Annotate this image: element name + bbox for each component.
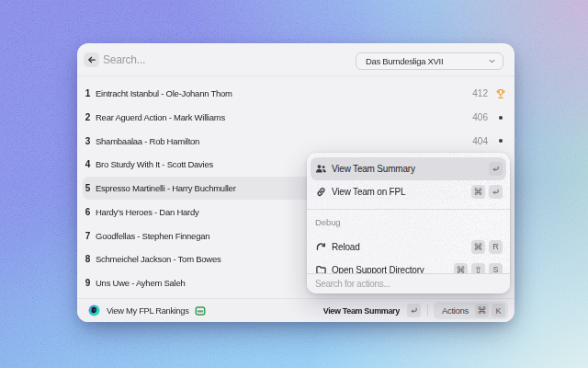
cmd-key-symbol: ⌘ <box>478 305 487 316</box>
cmd-key-badge: ⌘ <box>475 304 489 317</box>
k-key-badge: K <box>492 304 505 317</box>
row-title: Eintracht Istanbul - Ole-Johann Thom <box>96 88 232 98</box>
row-title: Goodfellas - Stephen Finnegan <box>96 231 209 241</box>
link-icon <box>315 186 327 198</box>
row-title: Hardy's Heroes - Dan Hardy <box>96 207 199 217</box>
row-title: Espresso Martinelli - Harry Buchmuller <box>96 183 236 193</box>
footer-command-label[interactable]: View My FPL Rankings <box>107 306 189 316</box>
menu-item-label: View Team on FPL <box>332 187 405 197</box>
menu-item-label: Open Support Directory <box>332 265 424 274</box>
row-points: 412 <box>472 88 488 98</box>
folder-icon <box>315 264 327 274</box>
actions-search-bar[interactable]: Search for actions... <box>307 273 510 293</box>
row-rank: 1 <box>83 88 93 98</box>
menu-item-open-support-directory[interactable]: Open Support Directory⌘⇧S <box>311 259 506 274</box>
row-rank: 5 <box>83 183 93 193</box>
cmd-key-badge: ⌘ <box>471 240 485 254</box>
footer-divider <box>427 305 428 316</box>
row-title: Bro Sturdy With It - Scott Davies <box>96 159 213 169</box>
row-title: Rear Aguerd Action - Mark Williams <box>96 112 225 122</box>
dot-accessory <box>495 135 506 146</box>
row-title: Schmeichel Jackson - Tom Bowes <box>96 254 220 264</box>
search-input[interactable]: Search... <box>103 43 145 76</box>
people-icon <box>315 163 327 175</box>
return-key-badge <box>489 185 503 199</box>
menu-item-label: Reload <box>332 242 360 252</box>
return-key-badge <box>407 304 421 317</box>
row-points: 406 <box>472 112 488 122</box>
league-dropdown-value: Das Burndesliga XVII <box>366 56 488 66</box>
r-key-badge: R <box>489 240 503 254</box>
return-key-badge <box>489 162 503 176</box>
reload-icon <box>315 241 327 253</box>
primary-action-label[interactable]: View Team Summary <box>323 306 400 316</box>
dot-accessory <box>495 112 506 123</box>
actions-menu: View Team SummaryView Team on FPL⌘DebugR… <box>307 153 510 293</box>
row-title: Uns Uwe - Ayhem Saleh <box>96 278 186 288</box>
row-rank: 4 <box>83 159 93 169</box>
folder-icon <box>314 263 327 273</box>
row-title: Shambaalaa - Rob Hamilton <box>96 136 199 146</box>
search-header: Search... Das Burndesliga XVII <box>77 43 514 76</box>
people-icon <box>314 162 327 175</box>
dot-icon <box>499 139 503 143</box>
result-row-2[interactable]: 2Rear Aguerd Action - Mark Williams406 <box>83 106 509 130</box>
trophy-accessory <box>495 88 506 99</box>
fpl-logo-icon <box>88 305 100 316</box>
actions-button-label: Actions <box>442 305 469 316</box>
row-points: 404 <box>472 136 488 146</box>
row-rank: 9 <box>83 278 93 288</box>
row-rank: 2 <box>83 112 93 122</box>
row-rank: 6 <box>83 207 93 217</box>
rankings-card-icon <box>195 305 206 316</box>
trophy-icon <box>495 88 506 99</box>
menu-section-label: Debug <box>311 210 506 230</box>
desktop: Search... Das Burndesliga XVII 1Eintrach… <box>0 0 588 368</box>
shift-key-badge: ⇧ <box>471 263 485 274</box>
chevron-down-icon <box>488 57 496 65</box>
league-dropdown[interactable]: Das Burndesliga XVII <box>356 52 503 70</box>
row-rank: 8 <box>83 254 93 264</box>
actions-button[interactable]: Actions ⌘ K <box>434 302 508 319</box>
menu-item-view-team-on-fpl[interactable]: View Team on FPL⌘ <box>311 180 506 203</box>
result-row-3[interactable]: 3Shambaalaa - Rob Hamilton404 <box>83 129 509 153</box>
raycast-window: Search... Das Burndesliga XVII 1Eintrach… <box>77 43 514 322</box>
return-key-icon <box>492 188 500 196</box>
return-key-icon <box>410 306 418 315</box>
link-icon <box>314 185 327 198</box>
cmd-key-symbol: ⌘ <box>457 265 466 274</box>
return-key-icon <box>492 165 500 173</box>
dot-icon <box>499 116 503 120</box>
cmd-key-symbol: ⌘ <box>474 242 483 252</box>
reload-icon <box>314 240 327 253</box>
cmd-key-symbol: ⌘ <box>474 187 483 197</box>
actions-search-placeholder: Search for actions... <box>315 279 390 289</box>
back-arrow-icon <box>87 55 96 64</box>
menu-item-view-team-summary[interactable]: View Team Summary <box>311 157 506 180</box>
result-row-1[interactable]: 1Eintracht Istanbul - Ole-Johann Thom412 <box>83 82 509 106</box>
row-rank: 3 <box>83 136 93 146</box>
cmd-key-badge: ⌘ <box>471 185 485 199</box>
menu-item-reload[interactable]: Reload⌘R <box>311 236 506 259</box>
s-key-badge: S <box>489 263 503 274</box>
menu-item-label: View Team Summary <box>332 164 415 174</box>
cmd-key-badge: ⌘ <box>454 263 468 274</box>
actions-menu-list: View Team SummaryView Team on FPL⌘DebugR… <box>307 153 510 273</box>
shift-key-symbol: ⇧ <box>474 265 481 274</box>
back-button[interactable] <box>84 52 99 67</box>
status-bar: View My FPL Rankings View Team Summary A… <box>77 298 514 322</box>
row-rank: 7 <box>83 231 93 241</box>
